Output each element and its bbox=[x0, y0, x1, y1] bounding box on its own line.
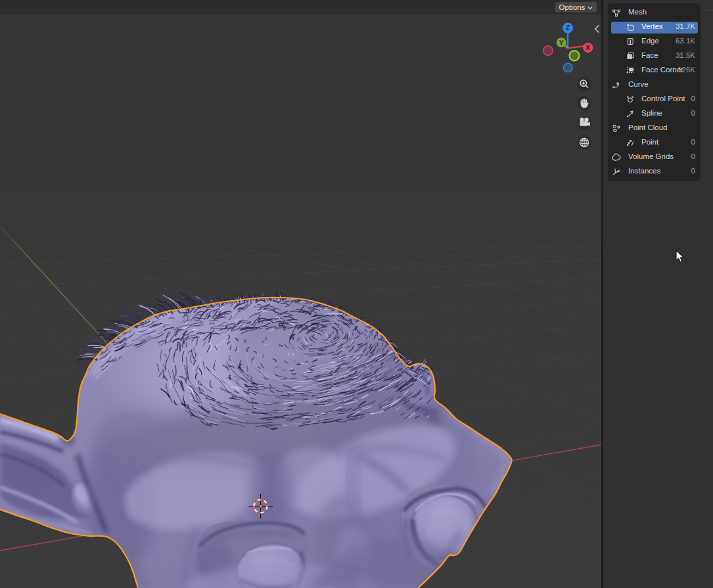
svg-text:X: X bbox=[586, 43, 590, 51]
svg-text:Z: Z bbox=[566, 24, 570, 32]
svg-text:Y: Y bbox=[559, 39, 564, 47]
